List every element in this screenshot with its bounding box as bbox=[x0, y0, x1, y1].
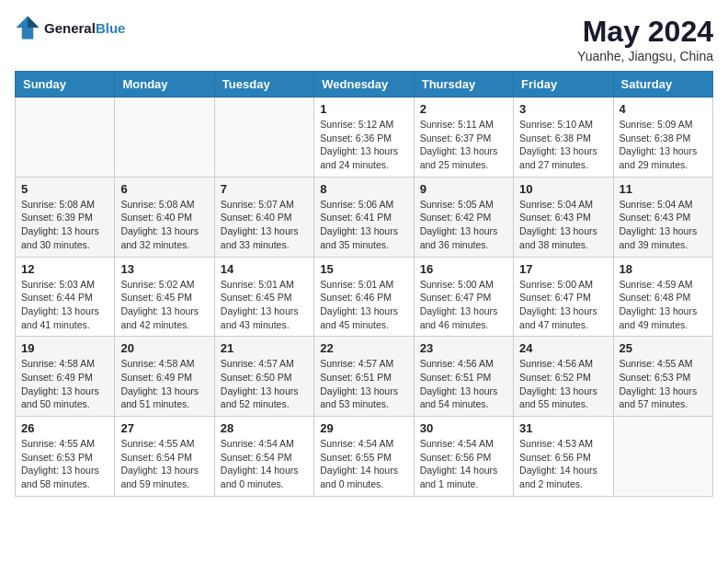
calendar-table: SundayMondayTuesdayWednesdayThursdayFrid… bbox=[15, 71, 713, 497]
day-info: Sunrise: 5:04 AM Sunset: 6:43 PM Dayligh… bbox=[620, 198, 707, 252]
day-info: Sunrise: 5:12 AM Sunset: 6:36 PM Dayligh… bbox=[320, 118, 407, 172]
calendar-cell: 12Sunrise: 5:03 AM Sunset: 6:44 PM Dayli… bbox=[16, 257, 115, 337]
calendar-header-row: SundayMondayTuesdayWednesdayThursdayFrid… bbox=[16, 72, 713, 98]
calendar-cell: 20Sunrise: 4:58 AM Sunset: 6:49 PM Dayli… bbox=[115, 337, 214, 417]
day-info: Sunrise: 4:57 AM Sunset: 6:50 PM Dayligh… bbox=[221, 357, 308, 411]
day-info: Sunrise: 4:58 AM Sunset: 6:49 PM Dayligh… bbox=[120, 357, 208, 411]
day-number: 10 bbox=[519, 182, 607, 196]
day-info: Sunrise: 5:05 AM Sunset: 6:42 PM Dayligh… bbox=[420, 198, 507, 252]
calendar-cell: 27Sunrise: 4:55 AM Sunset: 6:54 PM Dayli… bbox=[115, 417, 214, 497]
calendar-cell: 13Sunrise: 5:02 AM Sunset: 6:45 PM Dayli… bbox=[115, 257, 214, 337]
day-number: 11 bbox=[620, 182, 707, 196]
day-number: 6 bbox=[120, 182, 208, 196]
svg-marker-1 bbox=[28, 17, 39, 28]
day-number: 23 bbox=[420, 341, 507, 355]
day-info: Sunrise: 5:10 AM Sunset: 6:38 PM Dayligh… bbox=[519, 118, 607, 172]
day-number: 19 bbox=[21, 341, 108, 355]
day-info: Sunrise: 5:11 AM Sunset: 6:37 PM Dayligh… bbox=[420, 118, 507, 172]
day-info: Sunrise: 4:58 AM Sunset: 6:49 PM Dayligh… bbox=[21, 357, 108, 411]
calendar-cell bbox=[613, 417, 712, 497]
weekday-header: Saturday bbox=[613, 72, 712, 98]
calendar-week-row: 19Sunrise: 4:58 AM Sunset: 6:49 PM Dayli… bbox=[16, 337, 713, 417]
day-info: Sunrise: 5:04 AM Sunset: 6:43 PM Dayligh… bbox=[519, 198, 607, 252]
day-info: Sunrise: 4:55 AM Sunset: 6:53 PM Dayligh… bbox=[620, 357, 707, 411]
calendar-cell: 7Sunrise: 5:07 AM Sunset: 6:40 PM Daylig… bbox=[214, 177, 313, 257]
weekday-header: Tuesday bbox=[214, 72, 313, 98]
day-number: 21 bbox=[221, 341, 308, 355]
month-title: May 2024 bbox=[577, 15, 713, 49]
day-number: 9 bbox=[420, 182, 507, 196]
day-number: 15 bbox=[320, 262, 407, 276]
calendar-cell bbox=[16, 98, 115, 178]
calendar-cell: 24Sunrise: 4:56 AM Sunset: 6:52 PM Dayli… bbox=[514, 337, 613, 417]
day-number: 12 bbox=[21, 262, 108, 276]
calendar-cell: 5Sunrise: 5:08 AM Sunset: 6:39 PM Daylig… bbox=[16, 177, 115, 257]
day-number: 1 bbox=[320, 102, 407, 116]
calendar-cell: 23Sunrise: 4:56 AM Sunset: 6:51 PM Dayli… bbox=[414, 337, 513, 417]
day-number: 13 bbox=[120, 262, 208, 276]
day-info: Sunrise: 5:01 AM Sunset: 6:45 PM Dayligh… bbox=[221, 278, 308, 332]
day-number: 29 bbox=[320, 421, 407, 435]
calendar-cell: 25Sunrise: 4:55 AM Sunset: 6:53 PM Dayli… bbox=[613, 337, 712, 417]
calendar-cell: 16Sunrise: 5:00 AM Sunset: 6:47 PM Dayli… bbox=[414, 257, 513, 337]
day-number: 8 bbox=[320, 182, 407, 196]
calendar-week-row: 26Sunrise: 4:55 AM Sunset: 6:53 PM Dayli… bbox=[16, 417, 713, 497]
calendar-cell: 31Sunrise: 4:53 AM Sunset: 6:56 PM Dayli… bbox=[514, 417, 613, 497]
calendar-cell: 6Sunrise: 5:08 AM Sunset: 6:40 PM Daylig… bbox=[115, 177, 214, 257]
day-number: 3 bbox=[519, 102, 607, 116]
day-info: Sunrise: 5:08 AM Sunset: 6:40 PM Dayligh… bbox=[120, 198, 208, 252]
weekday-header: Monday bbox=[115, 72, 214, 98]
calendar-week-row: 1Sunrise: 5:12 AM Sunset: 6:36 PM Daylig… bbox=[16, 98, 713, 178]
day-number: 16 bbox=[420, 262, 507, 276]
day-info: Sunrise: 5:07 AM Sunset: 6:40 PM Dayligh… bbox=[221, 198, 308, 252]
day-info: Sunrise: 5:02 AM Sunset: 6:45 PM Dayligh… bbox=[120, 278, 208, 332]
day-info: Sunrise: 4:59 AM Sunset: 6:48 PM Dayligh… bbox=[620, 278, 707, 332]
day-info: Sunrise: 5:03 AM Sunset: 6:44 PM Dayligh… bbox=[21, 278, 108, 332]
calendar-cell bbox=[115, 98, 214, 178]
calendar-cell: 17Sunrise: 5:00 AM Sunset: 6:47 PM Dayli… bbox=[514, 257, 613, 337]
day-number: 18 bbox=[620, 262, 707, 276]
day-info: Sunrise: 4:54 AM Sunset: 6:55 PM Dayligh… bbox=[320, 437, 407, 491]
logo-icon bbox=[15, 15, 40, 40]
day-info: Sunrise: 5:01 AM Sunset: 6:46 PM Dayligh… bbox=[320, 278, 407, 332]
calendar-cell: 29Sunrise: 4:54 AM Sunset: 6:55 PM Dayli… bbox=[314, 417, 414, 497]
calendar-cell: 4Sunrise: 5:09 AM Sunset: 6:38 PM Daylig… bbox=[613, 98, 712, 178]
day-number: 24 bbox=[519, 341, 607, 355]
calendar-week-row: 5Sunrise: 5:08 AM Sunset: 6:39 PM Daylig… bbox=[16, 177, 713, 257]
day-number: 20 bbox=[120, 341, 208, 355]
calendar-cell: 21Sunrise: 4:57 AM Sunset: 6:50 PM Dayli… bbox=[214, 337, 313, 417]
day-info: Sunrise: 5:06 AM Sunset: 6:41 PM Dayligh… bbox=[320, 198, 407, 252]
calendar-cell: 1Sunrise: 5:12 AM Sunset: 6:36 PM Daylig… bbox=[314, 98, 414, 178]
weekday-header: Friday bbox=[514, 72, 613, 98]
day-number: 28 bbox=[221, 421, 308, 435]
day-number: 14 bbox=[221, 262, 308, 276]
day-number: 17 bbox=[519, 262, 607, 276]
page-header: GeneralBlue May 2024 Yuanhe, Jiangsu, Ch… bbox=[15, 15, 713, 63]
weekday-header: Sunday bbox=[16, 72, 115, 98]
calendar-cell: 9Sunrise: 5:05 AM Sunset: 6:42 PM Daylig… bbox=[414, 177, 513, 257]
day-info: Sunrise: 4:56 AM Sunset: 6:51 PM Dayligh… bbox=[420, 357, 507, 411]
day-number: 7 bbox=[221, 182, 308, 196]
calendar-cell: 30Sunrise: 4:54 AM Sunset: 6:56 PM Dayli… bbox=[414, 417, 513, 497]
day-info: Sunrise: 4:55 AM Sunset: 6:54 PM Dayligh… bbox=[120, 437, 208, 491]
day-number: 27 bbox=[120, 421, 208, 435]
location-title: Yuanhe, Jiangsu, China bbox=[577, 49, 713, 63]
day-info: Sunrise: 5:00 AM Sunset: 6:47 PM Dayligh… bbox=[519, 278, 607, 332]
calendar-cell bbox=[214, 98, 313, 178]
calendar-cell: 18Sunrise: 4:59 AM Sunset: 6:48 PM Dayli… bbox=[613, 257, 712, 337]
title-block: May 2024 Yuanhe, Jiangsu, China bbox=[577, 15, 713, 63]
logo-text: GeneralBlue bbox=[44, 20, 125, 36]
day-number: 30 bbox=[420, 421, 507, 435]
calendar-cell: 11Sunrise: 5:04 AM Sunset: 6:43 PM Dayli… bbox=[613, 177, 712, 257]
day-number: 4 bbox=[620, 102, 707, 116]
day-number: 5 bbox=[21, 182, 108, 196]
calendar-cell: 26Sunrise: 4:55 AM Sunset: 6:53 PM Dayli… bbox=[16, 417, 115, 497]
calendar-week-row: 12Sunrise: 5:03 AM Sunset: 6:44 PM Dayli… bbox=[16, 257, 713, 337]
calendar-cell: 8Sunrise: 5:06 AM Sunset: 6:41 PM Daylig… bbox=[314, 177, 414, 257]
day-number: 26 bbox=[21, 421, 108, 435]
calendar-cell: 14Sunrise: 5:01 AM Sunset: 6:45 PM Dayli… bbox=[214, 257, 313, 337]
day-number: 31 bbox=[519, 421, 607, 435]
calendar-cell: 3Sunrise: 5:10 AM Sunset: 6:38 PM Daylig… bbox=[514, 98, 613, 178]
day-info: Sunrise: 4:56 AM Sunset: 6:52 PM Dayligh… bbox=[519, 357, 607, 411]
day-info: Sunrise: 5:08 AM Sunset: 6:39 PM Dayligh… bbox=[21, 198, 108, 252]
